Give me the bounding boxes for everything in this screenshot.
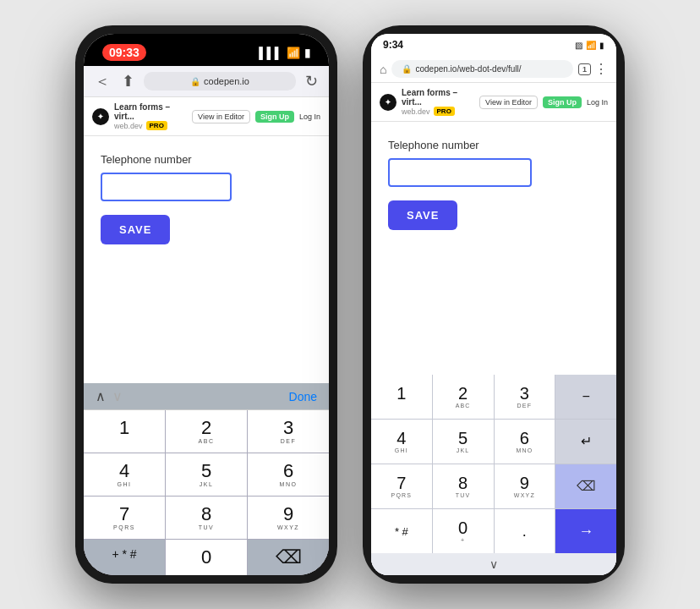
android-key-symbols[interactable]: * # [371,509,432,553]
android-key-0[interactable]: 0+ [433,509,494,553]
android-key-6[interactable]: 6MNO [495,420,555,464]
chrome-tab-count[interactable]: 1 [578,63,591,75]
android-keyboard-chevron[interactable]: ∨ [371,553,616,575]
android-cp-pro-badge: PRO [434,107,455,116]
android-codepen-toolbar: ✦ Learn forms – virt... web.dev PRO View… [371,83,616,122]
android-key-4[interactable]: 4GHI [371,420,432,464]
key-4[interactable]: 4GHI [84,453,165,496]
android-numpad: 1 2ABC 3DEF − 4GHI 5JKL [371,375,616,553]
keyboard-toolbar: ∧ ∨ Done [84,383,329,410]
safari-back-button[interactable]: ＜ [92,71,112,91]
view-in-editor-button[interactable]: View in Editor [192,110,250,123]
lock-icon: 🔒 [190,77,200,86]
key-8[interactable]: 8TUV [166,497,247,539]
key-6[interactable]: 6MNO [248,453,329,496]
android-key-5[interactable]: 5JKL [433,420,494,464]
safari-url-bar[interactable]: 🔒 codepen.io [144,72,296,91]
chrome-url-text: codepen.io/web-dot-dev/full/ [415,64,521,74]
android-wifi-icon: 📶 [586,41,596,50]
done-button[interactable]: Done [289,390,317,403]
android-login-button[interactable]: Log In [587,98,608,107]
android-view-in-editor-button[interactable]: View in Editor [479,96,538,109]
android-telephone-label: Telephone number [388,139,599,151]
android-screen: 9:34 ▨ 📶 ▮ ⌂ 🔒 codepen.io/web-dot-dev/fu… [371,34,616,575]
android-status-icons: ▨ 📶 ▮ [575,41,604,50]
key-9[interactable]: 9WXYZ [248,497,329,539]
iphone-device: 09:33 ▌▌▌ 📶 ▮ ＜ ⬆ 🔒 codepen.io ↻ ✦ Learn… [75,25,337,584]
codepen-logo: ✦ [92,108,109,125]
android-key-backspace[interactable]: ⌫ [555,464,616,508]
chrome-bar: ⌂ 🔒 codepen.io/web-dot-dev/full/ 1 ⋮ [371,56,616,83]
android-key-8[interactable]: 8TUV [433,464,494,508]
chrome-url-bar[interactable]: 🔒 codepen.io/web-dot-dev/full/ [391,60,573,78]
key-backspace[interactable]: ⌫ [248,540,329,575]
cp-domain-row: web.dev PRO [114,121,187,130]
android-key-7[interactable]: 7PQRS [371,464,432,508]
cp-pro-badge: PRO [146,121,167,130]
sim-icon: ▨ [575,41,582,50]
android-battery-icon: ▮ [599,41,604,50]
android-key-9[interactable]: 9WXYZ [495,464,555,508]
iphone-status-bar: 09:33 ▌▌▌ 📶 ▮ [84,34,329,66]
page-content: Telephone number SAVE [84,136,329,383]
chrome-lock-icon: 🔒 [402,64,412,74]
android-device: 9:34 ▨ 📶 ▮ ⌂ 🔒 codepen.io/web-dot-dev/fu… [363,25,625,584]
android-signup-button[interactable]: Sign Up [543,96,582,108]
prev-field-button[interactable]: ∧ [96,388,106,404]
cp-title: Learn forms – virt... [114,102,187,121]
safari-share-button[interactable]: ⬆ [119,72,137,91]
chrome-menu-icon[interactable]: ⋮ [594,61,608,77]
key-0[interactable]: 0 [166,540,247,575]
android-cp-domain: web.dev [402,107,430,116]
save-button[interactable]: SAVE [101,215,170,244]
key-2[interactable]: 2ABC [166,410,247,453]
safari-bar: ＜ ⬆ 🔒 codepen.io ↻ [84,66,329,97]
key-symbols[interactable]: + * # [84,540,165,575]
telephone-input[interactable] [101,173,232,201]
android-cp-title: Learn forms – virt... [402,88,474,107]
android-telephone-input[interactable] [388,158,532,187]
chrome-home-button[interactable]: ⌂ [380,63,386,76]
telephone-label: Telephone number [101,153,312,166]
login-button[interactable]: Log In [299,112,320,121]
safari-url-text: codepen.io [204,76,249,86]
iphone-screen: 09:33 ▌▌▌ 📶 ▮ ＜ ⬆ 🔒 codepen.io ↻ ✦ Learn… [84,34,329,575]
android-key-go[interactable]: → [555,509,616,553]
cp-info: Learn forms – virt... web.dev PRO [114,102,187,130]
android-status-bar: 9:34 ▨ 📶 ▮ [371,34,616,56]
iphone-time: 09:33 [102,44,146,61]
iphone-status-icons: ▌▌▌ 📶 ▮ [259,47,310,59]
android-cp-info: Learn forms – virt... web.dev PRO [402,88,474,116]
codepen-toolbar: ✦ Learn forms – virt... web.dev PRO View… [84,97,329,136]
key-7[interactable]: 7PQRS [84,497,165,539]
next-field-button[interactable]: ∨ [112,388,123,404]
android-key-dot[interactable]: . [495,509,555,553]
chrome-actions: 1 ⋮ [578,61,608,77]
battery-icon: ▮ [304,47,310,59]
key-3[interactable]: 3DEF [248,410,329,453]
key-1[interactable]: 1 [84,410,165,453]
android-key-enter[interactable]: ↵ [555,420,616,464]
android-page-content: Telephone number SAVE [371,122,616,375]
android-key-minus[interactable]: − [555,375,616,419]
android-key-1[interactable]: 1 [371,375,432,419]
signup-button[interactable]: Sign Up [255,111,294,123]
safari-reload-button[interactable]: ↻ [303,72,320,91]
signal-icon: ▌▌▌ [259,47,282,59]
key-5[interactable]: 5JKL [166,453,247,496]
cp-domain: web.dev [114,122,143,130]
android-cp-domain-row: web.dev PRO [402,107,474,116]
wifi-icon: 📶 [287,47,300,59]
nav-arrows: ∧ ∨ [96,388,123,404]
android-key-3[interactable]: 3DEF [495,375,555,419]
iphone-numpad: 1 2ABC 3DEF 4GHI 5JKL 6MNO 7PQRS 8TUV 9W… [84,410,329,575]
android-keyboard: 1 2ABC 3DEF − 4GHI 5JKL [371,375,616,575]
android-save-button[interactable]: SAVE [388,200,457,230]
android-cp-logo: ✦ [380,94,396,111]
android-key-2[interactable]: 2ABC [433,375,494,419]
android-time: 9:34 [383,39,403,51]
